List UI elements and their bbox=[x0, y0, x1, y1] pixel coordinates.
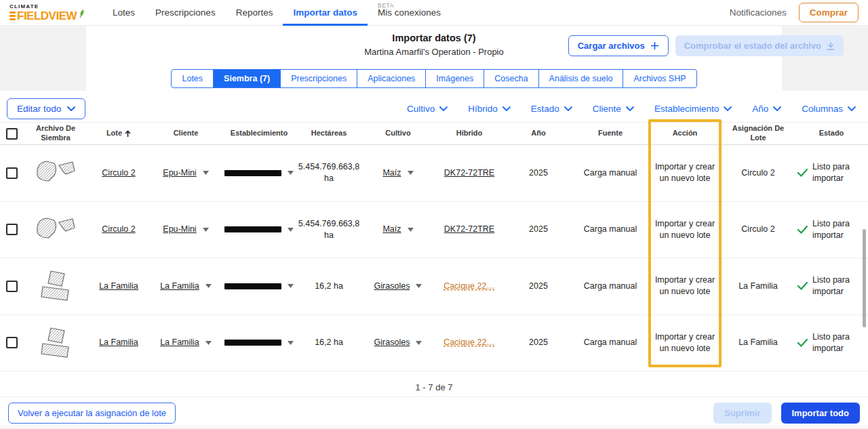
col-header-fuente[interactable]: Fuente bbox=[572, 129, 648, 138]
lote-link[interactable]: La Familia bbox=[99, 337, 138, 348]
caret-down-icon[interactable] bbox=[288, 228, 294, 232]
tab-aplicaciones[interactable]: Aplicaciones bbox=[357, 69, 426, 88]
caret-down-icon[interactable] bbox=[205, 284, 212, 288]
estado-cell: Listo para importar bbox=[795, 161, 868, 184]
fuente-value: Carga manual bbox=[572, 167, 648, 179]
cliente-link[interactable]: La Familia bbox=[160, 337, 199, 348]
nav-item-mis-conexiones[interactable]: BETAMis conexiones bbox=[368, 0, 451, 26]
caret-down-icon[interactable] bbox=[288, 171, 294, 175]
filter-hibrido[interactable]: Híbrido bbox=[468, 104, 511, 114]
redacted-establishment[interactable] bbox=[224, 340, 281, 346]
download-icon bbox=[827, 41, 835, 50]
nav-item-importar-datos[interactable]: Importar datos bbox=[283, 0, 368, 26]
estado-cell: Listo para importar bbox=[795, 331, 868, 354]
rerun-lot-assignment-button[interactable]: Volver a ejecutar la asignación de lote bbox=[8, 403, 176, 424]
edit-all-button[interactable]: Editar todo bbox=[7, 98, 85, 119]
tab-cosecha[interactable]: Cosecha bbox=[484, 69, 538, 88]
nav-item-reportes[interactable]: Reportes bbox=[226, 0, 283, 26]
nav-item-label: Reportes bbox=[236, 7, 273, 18]
caret-down-icon[interactable] bbox=[408, 171, 414, 175]
cliente-link[interactable]: Epu-Mini bbox=[163, 224, 196, 235]
estado-value: Listo para importar bbox=[812, 331, 854, 354]
cultivo-link[interactable]: Maíz bbox=[382, 167, 401, 179]
caret-down-icon[interactable] bbox=[203, 228, 209, 232]
col-header-archivo[interactable]: Archivo De Siembra bbox=[23, 124, 88, 143]
logo-stripes-icon bbox=[9, 12, 16, 20]
field-thumbnail[interactable] bbox=[23, 214, 88, 245]
col-header-hibrido[interactable]: Híbrido bbox=[434, 129, 505, 138]
field-thumbnail[interactable] bbox=[23, 326, 88, 360]
field-thumbnail[interactable] bbox=[23, 157, 88, 188]
main-nav: Lotes Prescripciones Reportes Importar d… bbox=[102, 0, 451, 26]
tab-analisis-de-suelo[interactable]: Análisis de suelo bbox=[538, 69, 624, 88]
cultivo-link[interactable]: Maíz bbox=[382, 224, 401, 235]
cliente-link[interactable]: Epu-Mini bbox=[163, 167, 196, 179]
plus-icon bbox=[650, 41, 659, 50]
tab-prescripciones[interactable]: Prescripciones bbox=[280, 69, 357, 88]
tab-archivos-shp[interactable]: Archivos SHP bbox=[623, 69, 696, 88]
import-table: Archivo De Siembra Lote Cliente Establec… bbox=[0, 122, 868, 371]
redacted-establishment[interactable] bbox=[224, 226, 281, 232]
hibrido-link[interactable]: Cacique 22… bbox=[443, 337, 495, 348]
fieldview-logo[interactable]: CLIMATE FIELDVIEW bbox=[9, 4, 85, 22]
col-header-hectareas[interactable]: Hectáreas bbox=[296, 129, 362, 138]
lote-link[interactable]: Circulo 2 bbox=[102, 224, 135, 235]
col-header-lote[interactable]: Lote bbox=[88, 129, 149, 138]
nav-item-lotes[interactable]: Lotes bbox=[102, 0, 145, 26]
notifications-link[interactable]: Notificaciones bbox=[730, 7, 787, 18]
lote-link[interactable]: La Familia bbox=[99, 281, 138, 292]
filter-cliente[interactable]: Cliente bbox=[593, 104, 634, 114]
buy-button[interactable]: Comprar bbox=[799, 3, 859, 22]
filter-anio[interactable]: Año bbox=[752, 104, 781, 114]
caret-down-icon[interactable] bbox=[205, 341, 212, 345]
filter-columnas[interactable]: Columnas bbox=[802, 104, 856, 114]
caret-down-icon[interactable] bbox=[408, 228, 414, 232]
col-header-accion[interactable]: Acción bbox=[648, 129, 722, 138]
import-data-page: CLIMATE FIELDVIEW Lotes Prescripciones R… bbox=[0, 0, 868, 429]
cultivo-link[interactable]: Girasoles bbox=[374, 281, 410, 292]
redacted-establishment[interactable] bbox=[224, 170, 281, 176]
col-header-cliente[interactable]: Cliente bbox=[149, 129, 222, 138]
import-all-button[interactable]: Importar todo bbox=[781, 403, 861, 424]
hibrido-link[interactable]: Cacique 22… bbox=[443, 281, 495, 292]
row-checkbox[interactable] bbox=[6, 281, 18, 292]
asignacion-value: Circulo 2 bbox=[722, 167, 795, 179]
col-header-anio[interactable]: Año bbox=[505, 129, 572, 138]
tab-imagenes[interactable]: Imágenes bbox=[425, 69, 484, 88]
check-icon bbox=[797, 282, 808, 290]
lote-link[interactable]: Circulo 2 bbox=[102, 167, 135, 179]
col-header-asignacion[interactable]: Asignación De Lote bbox=[722, 124, 795, 143]
hibrido-link[interactable]: DK72-72TRE bbox=[444, 167, 494, 179]
filter-estado[interactable]: Estado bbox=[531, 104, 572, 114]
redacted-establishment[interactable] bbox=[224, 283, 281, 289]
row-checkbox[interactable] bbox=[6, 337, 18, 348]
table-row: Circulo 2 Epu-Mini 5.454.769.663,8 ha Ma… bbox=[0, 202, 868, 259]
delete-button: Suprimir bbox=[713, 403, 771, 424]
vertical-scrollbar-thumb[interactable] bbox=[863, 229, 866, 327]
cultivo-link[interactable]: Girasoles bbox=[374, 337, 410, 348]
filter-establecimiento[interactable]: Establecimiento bbox=[654, 104, 732, 114]
nav-item-prescripciones[interactable]: Prescripciones bbox=[145, 0, 226, 26]
chevron-down-icon bbox=[626, 106, 634, 111]
row-checkbox[interactable] bbox=[6, 224, 18, 235]
table-row: La Familia La Familia 16,2 ha Girasoles … bbox=[0, 315, 868, 372]
caret-down-icon[interactable] bbox=[416, 341, 422, 345]
check-icon bbox=[797, 169, 808, 177]
col-header-estado[interactable]: Estado bbox=[795, 129, 868, 138]
cliente-link[interactable]: La Familia bbox=[160, 281, 199, 292]
col-header-cultivo[interactable]: Cultivo bbox=[362, 129, 434, 138]
caret-down-icon[interactable] bbox=[288, 341, 294, 345]
hectareas-value: 16,2 ha bbox=[296, 337, 362, 348]
caret-down-icon[interactable] bbox=[203, 171, 209, 175]
upload-files-button[interactable]: Cargar archivos bbox=[568, 35, 669, 56]
col-header-establecimiento[interactable]: Establecimiento bbox=[222, 129, 296, 138]
select-all-checkbox[interactable] bbox=[6, 128, 18, 140]
hibrido-link[interactable]: DK72-72TRE bbox=[444, 224, 494, 235]
caret-down-icon[interactable] bbox=[416, 284, 422, 288]
tab-lotes[interactable]: Lotes bbox=[171, 69, 214, 88]
filter-cultivo[interactable]: Cultivo bbox=[407, 104, 448, 114]
tab-siembra[interactable]: Siembra (7) bbox=[213, 69, 281, 88]
field-thumbnail[interactable] bbox=[23, 269, 88, 303]
row-checkbox[interactable] bbox=[6, 167, 18, 179]
caret-down-icon[interactable] bbox=[288, 284, 294, 288]
